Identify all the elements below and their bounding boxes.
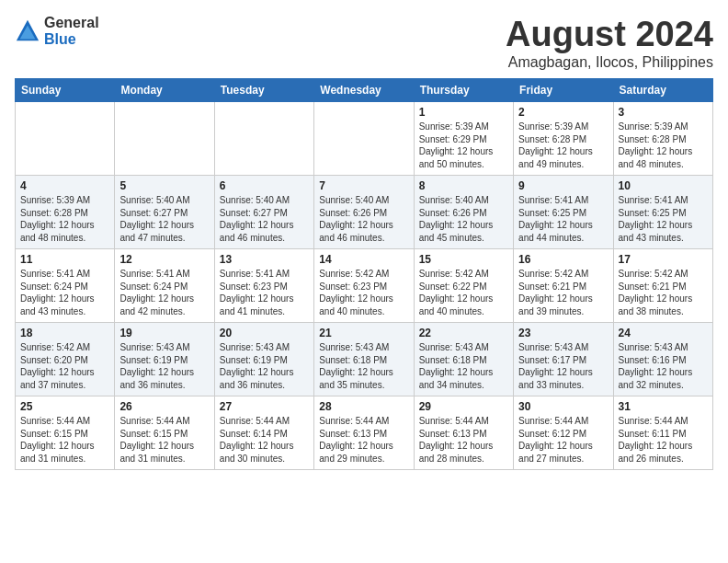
calendar-cell: [214, 102, 313, 176]
calendar-cell: 21Sunrise: 5:43 AM Sunset: 6:18 PM Dayli…: [314, 323, 414, 396]
day-content: Sunrise: 5:39 AM Sunset: 6:29 PM Dayligh…: [419, 121, 508, 170]
weekday-header-row: SundayMondayTuesdayWednesdayThursdayFrid…: [16, 79, 713, 102]
day-number: 12: [119, 253, 209, 266]
calendar-week-row: 4Sunrise: 5:39 AM Sunset: 6:28 PM Daylig…: [16, 176, 713, 249]
calendar-cell: 27Sunrise: 5:44 AM Sunset: 6:14 PM Dayli…: [214, 396, 313, 470]
day-number: 3: [619, 106, 708, 119]
calendar-week-row: 18Sunrise: 5:42 AM Sunset: 6:20 PM Dayli…: [16, 323, 713, 396]
day-content: Sunrise: 5:44 AM Sunset: 6:13 PM Dayligh…: [419, 415, 508, 465]
day-number: 11: [20, 253, 109, 266]
day-number: 13: [220, 253, 309, 266]
calendar-cell: 15Sunrise: 5:42 AM Sunset: 6:22 PM Dayli…: [414, 249, 513, 323]
day-content: Sunrise: 5:41 AM Sunset: 6:23 PM Dayligh…: [220, 268, 309, 317]
day-content: Sunrise: 5:40 AM Sunset: 6:27 PM Dayligh…: [220, 194, 309, 244]
calendar-cell: 11Sunrise: 5:41 AM Sunset: 6:24 PM Dayli…: [16, 249, 115, 323]
calendar-body: 1Sunrise: 5:39 AM Sunset: 6:29 PM Daylig…: [16, 102, 713, 470]
calendar-cell: 25Sunrise: 5:44 AM Sunset: 6:15 PM Dayli…: [16, 396, 115, 470]
calendar-table: SundayMondayTuesdayWednesdayThursdayFrid…: [15, 78, 713, 470]
day-number: 31: [619, 400, 708, 413]
calendar-cell: 4Sunrise: 5:39 AM Sunset: 6:28 PM Daylig…: [16, 176, 115, 249]
day-number: 26: [119, 400, 209, 413]
day-number: 5: [119, 179, 209, 192]
day-number: 9: [518, 179, 608, 192]
day-number: 1: [419, 106, 508, 119]
day-content: Sunrise: 5:41 AM Sunset: 6:24 PM Dayligh…: [119, 268, 209, 317]
day-number: 23: [518, 327, 608, 339]
day-content: Sunrise: 5:39 AM Sunset: 6:28 PM Dayligh…: [518, 121, 608, 170]
day-number: 25: [20, 400, 109, 413]
calendar-cell: 22Sunrise: 5:43 AM Sunset: 6:18 PM Dayli…: [414, 323, 513, 396]
day-content: Sunrise: 5:43 AM Sunset: 6:17 PM Dayligh…: [518, 341, 608, 391]
calendar-cell: [314, 102, 414, 176]
day-number: 7: [319, 179, 408, 192]
calendar-cell: 28Sunrise: 5:44 AM Sunset: 6:13 PM Dayli…: [314, 396, 414, 470]
day-number: 19: [119, 327, 209, 339]
day-content: Sunrise: 5:43 AM Sunset: 6:19 PM Dayligh…: [119, 341, 209, 391]
calendar-cell: 18Sunrise: 5:42 AM Sunset: 6:20 PM Dayli…: [16, 323, 115, 396]
day-content: Sunrise: 5:39 AM Sunset: 6:28 PM Dayligh…: [619, 121, 708, 170]
calendar-cell: 9Sunrise: 5:41 AM Sunset: 6:25 PM Daylig…: [514, 176, 613, 249]
day-number: 14: [319, 253, 408, 266]
day-content: Sunrise: 5:44 AM Sunset: 6:11 PM Dayligh…: [619, 415, 708, 465]
calendar-cell: 7Sunrise: 5:40 AM Sunset: 6:26 PM Daylig…: [314, 176, 414, 249]
weekday-header-tuesday: Tuesday: [214, 79, 313, 102]
day-content: Sunrise: 5:43 AM Sunset: 6:16 PM Dayligh…: [619, 341, 708, 391]
day-number: 24: [619, 327, 708, 339]
calendar-cell: 31Sunrise: 5:44 AM Sunset: 6:11 PM Dayli…: [613, 396, 712, 470]
day-number: 29: [419, 400, 508, 413]
calendar-cell: 19Sunrise: 5:43 AM Sunset: 6:19 PM Dayli…: [115, 323, 214, 396]
calendar-cell: 5Sunrise: 5:40 AM Sunset: 6:27 PM Daylig…: [115, 176, 214, 249]
logo-blue: Blue: [44, 31, 76, 47]
day-content: Sunrise: 5:41 AM Sunset: 6:24 PM Dayligh…: [20, 268, 109, 317]
day-number: 6: [220, 179, 309, 192]
day-content: Sunrise: 5:39 AM Sunset: 6:28 PM Dayligh…: [20, 194, 109, 244]
calendar-cell: 17Sunrise: 5:42 AM Sunset: 6:21 PM Dayli…: [613, 249, 712, 323]
calendar-subtitle: Amagbagan, Ilocos, Philippines: [506, 54, 713, 71]
calendar-week-row: 1Sunrise: 5:39 AM Sunset: 6:29 PM Daylig…: [16, 102, 713, 176]
calendar-cell: 2Sunrise: 5:39 AM Sunset: 6:28 PM Daylig…: [514, 102, 613, 176]
logo: General Blue: [15, 15, 99, 48]
day-number: 30: [518, 400, 608, 413]
calendar-cell: 12Sunrise: 5:41 AM Sunset: 6:24 PM Dayli…: [115, 249, 214, 323]
calendar-cell: 29Sunrise: 5:44 AM Sunset: 6:13 PM Dayli…: [414, 396, 513, 470]
calendar-cell: 8Sunrise: 5:40 AM Sunset: 6:26 PM Daylig…: [414, 176, 513, 249]
calendar-cell: 13Sunrise: 5:41 AM Sunset: 6:23 PM Dayli…: [214, 249, 313, 323]
calendar-title: August 2024: [506, 15, 713, 54]
day-content: Sunrise: 5:43 AM Sunset: 6:18 PM Dayligh…: [319, 341, 408, 391]
day-number: 8: [419, 179, 508, 192]
day-content: Sunrise: 5:43 AM Sunset: 6:19 PM Dayligh…: [220, 341, 309, 391]
weekday-header-friday: Friday: [514, 79, 613, 102]
day-number: 20: [220, 327, 309, 339]
calendar-cell: 6Sunrise: 5:40 AM Sunset: 6:27 PM Daylig…: [214, 176, 313, 249]
day-content: Sunrise: 5:44 AM Sunset: 6:14 PM Dayligh…: [220, 415, 309, 465]
calendar-header: SundayMondayTuesdayWednesdayThursdayFrid…: [16, 79, 713, 102]
day-content: Sunrise: 5:42 AM Sunset: 6:21 PM Dayligh…: [518, 268, 608, 317]
title-block: August 2024 Amagbagan, Ilocos, Philippin…: [506, 15, 713, 71]
weekday-header-wednesday: Wednesday: [314, 79, 414, 102]
generalblue-logo-icon: [15, 18, 40, 44]
logo-general: General: [44, 15, 99, 30]
calendar-cell: 14Sunrise: 5:42 AM Sunset: 6:23 PM Dayli…: [314, 249, 414, 323]
calendar-cell: 20Sunrise: 5:43 AM Sunset: 6:19 PM Dayli…: [214, 323, 313, 396]
day-content: Sunrise: 5:41 AM Sunset: 6:25 PM Dayligh…: [619, 194, 708, 244]
day-content: Sunrise: 5:44 AM Sunset: 6:15 PM Dayligh…: [119, 415, 209, 465]
day-number: 17: [619, 253, 708, 266]
page-header: General Blue August 2024 Amagbagan, Iloc…: [15, 15, 713, 71]
day-number: 28: [319, 400, 408, 413]
weekday-header-monday: Monday: [115, 79, 214, 102]
calendar-cell: [16, 102, 115, 176]
weekday-header-thursday: Thursday: [414, 79, 513, 102]
day-number: 4: [20, 179, 109, 192]
calendar-cell: 10Sunrise: 5:41 AM Sunset: 6:25 PM Dayli…: [613, 176, 712, 249]
day-content: Sunrise: 5:41 AM Sunset: 6:25 PM Dayligh…: [518, 194, 608, 244]
day-content: Sunrise: 5:44 AM Sunset: 6:15 PM Dayligh…: [20, 415, 109, 465]
day-content: Sunrise: 5:42 AM Sunset: 6:20 PM Dayligh…: [20, 341, 109, 391]
day-content: Sunrise: 5:42 AM Sunset: 6:22 PM Dayligh…: [419, 268, 508, 317]
calendar-week-row: 25Sunrise: 5:44 AM Sunset: 6:15 PM Dayli…: [16, 396, 713, 470]
day-number: 18: [20, 327, 109, 339]
calendar-cell: 16Sunrise: 5:42 AM Sunset: 6:21 PM Dayli…: [514, 249, 613, 323]
calendar-cell: 26Sunrise: 5:44 AM Sunset: 6:15 PM Dayli…: [115, 396, 214, 470]
day-content: Sunrise: 5:44 AM Sunset: 6:13 PM Dayligh…: [319, 415, 408, 465]
logo-text: General Blue: [44, 15, 99, 48]
calendar-cell: 3Sunrise: 5:39 AM Sunset: 6:28 PM Daylig…: [613, 102, 712, 176]
